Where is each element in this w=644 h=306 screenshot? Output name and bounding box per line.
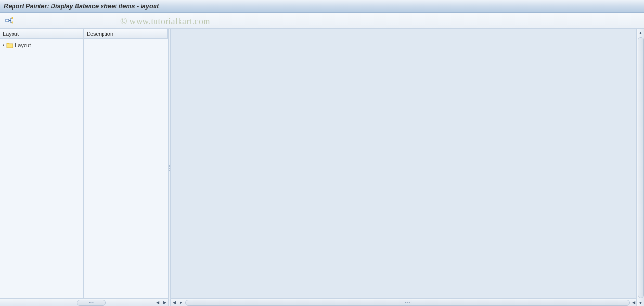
right-content-pane: ▲ ▼ ◀ ▶ ••• ◀ ▶ bbox=[171, 29, 644, 306]
outer-vertical-scrollbar[interactable]: ▲ ▼ bbox=[636, 29, 644, 306]
svg-rect-0 bbox=[6, 19, 9, 22]
tree-body: • Layout bbox=[0, 39, 168, 298]
svg-rect-6 bbox=[12, 22, 13, 23]
tree-root-item[interactable]: • Layout bbox=[3, 41, 80, 50]
right-hscroll-left-arrow-icon[interactable]: ◀ bbox=[171, 299, 178, 306]
tree-column-layout: • Layout bbox=[0, 39, 84, 298]
tree-header-description[interactable]: Description bbox=[84, 29, 168, 38]
left-horizontal-scrollbar[interactable]: ••• ◀ ▶ bbox=[0, 298, 168, 306]
application-toolbar bbox=[0, 13, 644, 29]
outer-vscroll-up-arrow-icon[interactable]: ▲ bbox=[637, 29, 644, 36]
left-scrollbar-right-arrow-icon[interactable]: ▶ bbox=[161, 299, 168, 306]
bullet-icon: • bbox=[3, 43, 4, 48]
tree-header: Layout Description bbox=[0, 29, 168, 39]
folder-icon bbox=[6, 42, 13, 48]
left-scrollbar-thumb[interactable]: ••• bbox=[77, 300, 106, 306]
left-scrollbar-left-arrow-icon[interactable]: ◀ bbox=[155, 299, 161, 306]
window-title: Report Painter: Display Balance sheet it… bbox=[0, 0, 644, 13]
right-hscroll-right-inner-arrow-icon[interactable]: ▶ bbox=[178, 299, 184, 306]
outer-vscroll-thumb[interactable] bbox=[638, 37, 644, 298]
expand-subtree-button[interactable] bbox=[4, 15, 14, 26]
right-body: ▲ ▼ bbox=[171, 29, 644, 298]
right-hscroll-thumb[interactable]: ••• bbox=[185, 300, 630, 306]
outer-vscroll-down-arrow-icon[interactable]: ▼ bbox=[637, 299, 644, 306]
tree-column-description bbox=[84, 39, 168, 298]
svg-rect-5 bbox=[12, 17, 13, 19]
tree-header-layout[interactable]: Layout bbox=[0, 29, 84, 38]
work-area: Layout Description • Layout bbox=[0, 29, 644, 306]
splitter-handle-icon bbox=[169, 165, 170, 171]
left-tree-pane: Layout Description • Layout bbox=[0, 29, 168, 306]
tree-root-description bbox=[87, 41, 165, 50]
right-horizontal-scrollbar[interactable]: ◀ ▶ ••• ◀ ▶ bbox=[171, 298, 644, 306]
hierarchy-expand-icon bbox=[5, 17, 13, 24]
tree-root-label: Layout bbox=[15, 42, 31, 48]
window-title-text: Report Painter: Display Balance sheet it… bbox=[4, 2, 159, 10]
